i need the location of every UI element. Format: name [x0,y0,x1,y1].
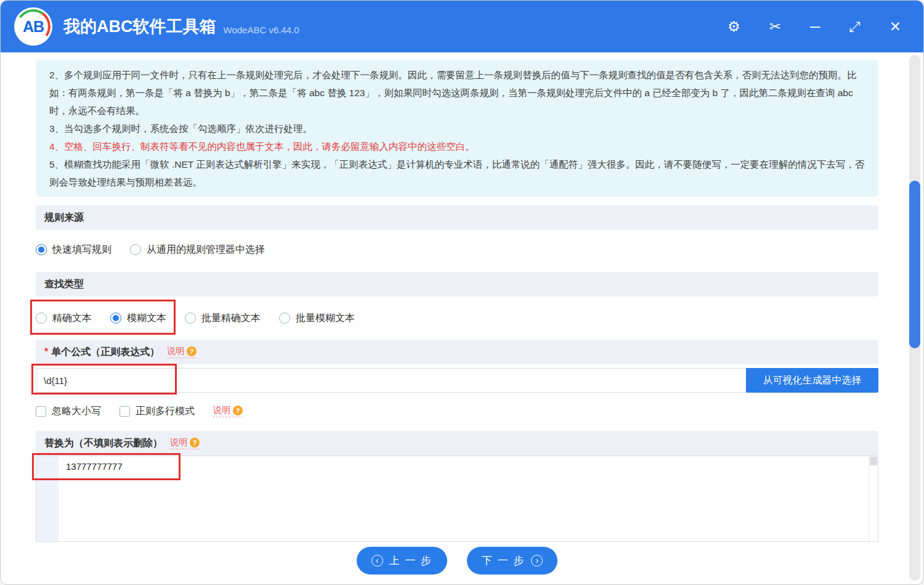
help-link-label: 说明 [170,437,187,448]
formula-option-checkboxes: 忽略大小写 正则多行模式 说明 ? [36,398,878,425]
editor-gutter [36,456,59,541]
checkbox-label: 正则多行模式 [136,405,195,418]
radio-label: 模糊文本 [127,312,166,325]
radio-label: 快速填写规则 [52,243,111,256]
window-scrollbar-track[interactable] [909,55,920,581]
section-header-formula: * 单个公式（正则表达式） 说明 ? [36,340,878,364]
question-mark-icon: ? [187,346,197,356]
main-content: 2、多个规则应用于同一文件时，只有在上一条规则处理完后，才会处理下一条规则。因此… [1,52,923,575]
footer-actions: ‹ 上 一 步 下 一 步 › [36,547,878,575]
settings-icon[interactable]: ⚙ [727,20,740,34]
rule-source-options: 快速填写规则 从通用的规则管理器中选择 [36,230,878,269]
checkbox-regex-multiline[interactable]: 正则多行模式 [120,405,195,418]
app-logo-text: AB [23,18,44,36]
section-title: 替换为（不填则表示删除） [44,437,163,450]
multiline-help-link[interactable]: 说明 ? [213,405,243,417]
app-title: 我的ABC软件工具箱 [63,15,216,38]
radio-icon [130,244,141,255]
maximize-icon[interactable]: ⤢ [849,20,860,34]
titlebar-controls: ⚙ ✂ ─ ⤢ ✕ [727,20,923,34]
checkbox-icon [120,406,130,417]
replace-value-editor: 13777777777 [36,456,878,542]
chevron-right-icon: › [531,555,543,567]
question-mark-icon: ? [190,438,200,448]
section-title: 单个公式（正则表达式） [51,346,160,359]
radio-exact-text[interactable]: 精确文本 [36,312,92,325]
previous-step-label: 上 一 步 [389,554,432,568]
radio-icon [36,313,47,324]
required-mark: * [44,346,48,358]
help-link-label: 说明 [167,346,184,357]
radio-batch-exact-text[interactable]: 批量精确文本 [185,312,261,325]
close-icon[interactable]: ✕ [890,20,901,34]
window-scrollbar-thumb[interactable] [909,181,920,348]
radio-icon [110,313,121,324]
radio-rule-manager[interactable]: 从通用的规则管理器中选择 [130,243,265,256]
radio-icon [185,313,196,324]
radio-icon [279,313,290,324]
radio-quick-rule[interactable]: 快速填写规则 [36,243,111,256]
radio-label: 批量模糊文本 [296,312,355,325]
formula-help-link[interactable]: 说明 ? [167,346,197,358]
section-header-rule-source: 规则来源 [36,205,878,230]
radio-label: 从通用的规则管理器中选择 [147,243,265,256]
notice-line: 2、多个规则应用于同一文件时，只有在上一条规则处理完后，才会处理下一条规则。因此… [49,66,865,120]
notice-line: 4、空格、回车换行、制表符等看不见的内容也属于文本，因此，请务必留意输入内容中的… [49,137,865,155]
checkbox-icon [36,406,46,417]
radio-fuzzy-text[interactable]: 模糊文本 [110,312,166,325]
notice-box: 2、多个规则应用于同一文件时，只有在上一条规则处理完后，才会处理下一条规则。因此… [36,60,878,197]
replace-value-textarea[interactable]: 13777777777 [59,456,869,541]
notice-line: 5、模糊查找功能采用「微软 .NET 正则表达式解析引擎」来实现，「正则表达式」… [49,155,865,191]
radio-icon [36,244,47,255]
titlebar: AB 我的ABC软件工具箱 WodeABC v6.44.0 ⚙ ✂ ─ ⤢ ✕ [1,1,923,52]
search-type-options: 精确文本 模糊文本 批量精确文本 批量模糊文本 [36,297,878,340]
question-mark-icon: ? [233,406,243,415]
previous-step-button[interactable]: ‹ 上 一 步 [357,547,447,575]
section-title: 查找类型 [44,278,84,291]
checkbox-label: 忽略大小写 [52,405,101,418]
radio-batch-fuzzy-text[interactable]: 批量模糊文本 [279,312,355,325]
radio-label: 批量精确文本 [201,312,261,325]
next-step-label: 下 一 步 [482,554,525,568]
notice-line: 3、当勾选多个规则时，系统会按「勾选顺序」依次进行处理。 [49,120,865,137]
scissors-icon[interactable]: ✂ [769,20,781,34]
checkbox-ignore-case[interactable]: 忽略大小写 [36,405,101,418]
replace-help-link[interactable]: 说明 ? [170,437,200,449]
editor-scrollbar-thumb[interactable] [870,457,877,465]
regex-formula-input[interactable] [36,368,746,393]
minimize-icon[interactable]: ─ [810,20,820,34]
app-version: WodeABC v6.44.0 [224,18,299,35]
formula-input-row: 从可视化生成器中选择 [36,368,878,393]
radio-label: 精确文本 [52,312,92,325]
section-header-replace: 替换为（不填则表示删除） 说明 ? [36,431,878,456]
next-step-button[interactable]: 下 一 步 › [467,547,557,575]
editor-scrollbar[interactable] [869,456,878,541]
section-header-search-type: 查找类型 [36,272,878,297]
visual-generator-button[interactable]: 从可视化生成器中选择 [746,368,878,393]
section-title: 规则来源 [44,211,84,224]
app-logo: AB [14,7,52,46]
chevron-left-icon: ‹ [371,555,383,567]
help-link-label: 说明 [213,405,230,416]
app-window: AB 我的ABC软件工具箱 WodeABC v6.44.0 ⚙ ✂ ─ ⤢ ✕ … [0,0,924,585]
